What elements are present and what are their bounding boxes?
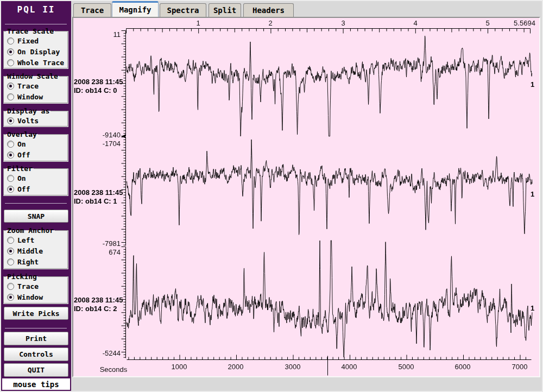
group-overlay: Overlay On Off — [3, 130, 68, 162]
group-zoom-anchor: Zoom Anchor Left Middle Right — [3, 226, 68, 269]
radio-icon — [7, 248, 14, 255]
bottom-axis-label: 4000 — [342, 363, 357, 371]
radio-label: Window — [17, 93, 43, 101]
group-trace-scale: Trace Scale Fixed On Display Whole Trace — [3, 27, 68, 69]
tab-magnify[interactable]: Magnify — [112, 1, 159, 17]
radio-icon — [7, 93, 14, 100]
group-label: Filter — [6, 165, 34, 173]
radio-icon — [7, 186, 14, 193]
group-window-scale: Window Scale Trace Window — [3, 72, 68, 104]
bottom-axis-label: 5000 — [399, 363, 414, 371]
trace2-scale-max: -1704 — [77, 140, 121, 148]
radio-icon — [7, 37, 14, 45]
trace-id: ID: ob14 C: 0 — [74, 86, 125, 95]
top-axis-max-label: 5.5694 — [514, 19, 535, 27]
sidebar: PQL II Trace Scale Fixed On Display Whol… — [1, 1, 71, 391]
radio-anchor-left[interactable]: Left — [6, 235, 67, 245]
group-label: Trace Scale — [6, 27, 55, 35]
radio-ws-window[interactable]: Window — [6, 91, 67, 102]
pql-window: PQL II Trace Scale Fixed On Display Whol… — [0, 0, 543, 392]
trace-timestamp: 2008 238 11:45 — [74, 78, 125, 86]
radio-picking-window[interactable]: Window — [6, 292, 67, 302]
radio-ws-trace[interactable]: Trace — [6, 80, 67, 91]
group-label: Picking — [6, 273, 38, 281]
radio-icon — [7, 294, 14, 301]
bottom-axis-label: 1000 — [172, 363, 187, 371]
radio-label: Off — [17, 151, 30, 159]
bottom-axis-label: 6000 — [455, 363, 471, 371]
radio-icon — [7, 151, 14, 159]
radio-icon — [7, 141, 14, 148]
radio-on-display[interactable]: On Display — [6, 46, 67, 57]
radio-label: Right — [17, 258, 39, 266]
radio-whole-trace[interactable]: Whole Trace — [6, 57, 67, 68]
tab-headers[interactable]: Headers — [243, 3, 294, 17]
divider — [5, 328, 67, 328]
app-title: PQL II — [1, 4, 71, 15]
radio-icon — [7, 175, 14, 182]
radio-label: Window — [17, 293, 43, 301]
group-label: Window Scale — [6, 72, 59, 80]
group-picking: Picking Trace Window — [3, 273, 68, 304]
radio-icon — [7, 83, 14, 90]
radio-anchor-right[interactable]: Right — [6, 256, 67, 267]
group-label: Overlay — [6, 130, 38, 138]
tab-spectra[interactable]: Spectra — [160, 3, 206, 17]
radio-overlay-on[interactable]: On — [6, 138, 67, 149]
trace2-info: 2008 238 11:45 ID: ob14 C: 1 — [74, 188, 125, 206]
radio-label: Off — [17, 185, 30, 193]
controls-button[interactable]: Controls — [4, 347, 68, 361]
bottom-axis-label: 3000 — [285, 363, 301, 371]
top-axis-label: 2 — [268, 19, 272, 27]
trace3-scale-max: 674 — [77, 248, 121, 256]
mouse-tips-bar[interactable]: mouse tips — [2, 378, 70, 390]
trace2-scale-min: -7981 — [77, 239, 121, 248]
divider — [5, 203, 67, 204]
trace2-right-marker: 1 — [531, 190, 534, 198]
write-picks-button[interactable]: Write Picks — [4, 307, 68, 320]
quit-button[interactable]: QUIT — [4, 363, 68, 377]
radio-label: Left — [17, 236, 34, 244]
waveform-canvas[interactable] — [73, 18, 539, 376]
radio-label: Trace — [17, 282, 39, 290]
radio-label: Fixed — [17, 37, 39, 45]
group-display-as: Display as Volts — [3, 107, 68, 127]
radio-label: On — [17, 140, 26, 148]
radio-icon — [7, 59, 14, 66]
bottom-axis-unit: Seconds — [100, 365, 128, 374]
radio-filter-on[interactable]: On — [6, 173, 67, 184]
trace3-info: 2008 238 11:45 ID: ob14 C: 2 — [74, 296, 125, 313]
radio-anchor-middle[interactable]: Middle — [6, 245, 67, 256]
top-axis-label: 1 — [196, 19, 200, 27]
radio-filter-off[interactable]: Off — [6, 184, 67, 194]
radio-icon — [7, 237, 14, 244]
radio-overlay-off[interactable]: Off — [6, 149, 67, 160]
trace-timestamp: 2008 238 11:45 — [74, 188, 125, 197]
trace3-scale-min: -5244 — [77, 349, 121, 357]
group-label: Display as — [6, 107, 50, 115]
trace-timestamp: 2008 238 11:45 — [74, 296, 125, 305]
radio-label: On — [17, 174, 26, 182]
radio-icon — [7, 48, 14, 55]
radio-volts[interactable]: Volts — [6, 115, 67, 126]
top-axis-label: 3 — [341, 19, 345, 27]
radio-icon — [7, 258, 14, 265]
radio-icon — [7, 117, 14, 124]
tab-trace[interactable]: Trace — [73, 3, 111, 17]
top-axis-label: 4 — [413, 19, 417, 27]
bottom-axis-label: 2000 — [228, 363, 244, 371]
radio-label: Middle — [17, 247, 43, 255]
tab-split[interactable]: Split — [209, 3, 241, 17]
radio-picking-trace[interactable]: Trace — [6, 281, 67, 292]
trace1-info: 2008 238 11:45 ID: ob14 C: 0 — [74, 78, 125, 95]
top-axis-label: 5 — [485, 19, 489, 27]
print-button[interactable]: Print — [4, 332, 68, 345]
radio-fixed[interactable]: Fixed — [6, 35, 67, 46]
trace1-scale-min: -9140 — [77, 131, 121, 139]
radio-label: Whole Trace — [17, 59, 64, 67]
snap-button[interactable]: SNAP — [4, 210, 68, 223]
group-filter: Filter On Off — [3, 165, 68, 196]
radio-label: On Display — [17, 48, 60, 56]
radio-icon — [7, 283, 14, 290]
trace-id: ID: ob14 C: 1 — [74, 197, 125, 206]
